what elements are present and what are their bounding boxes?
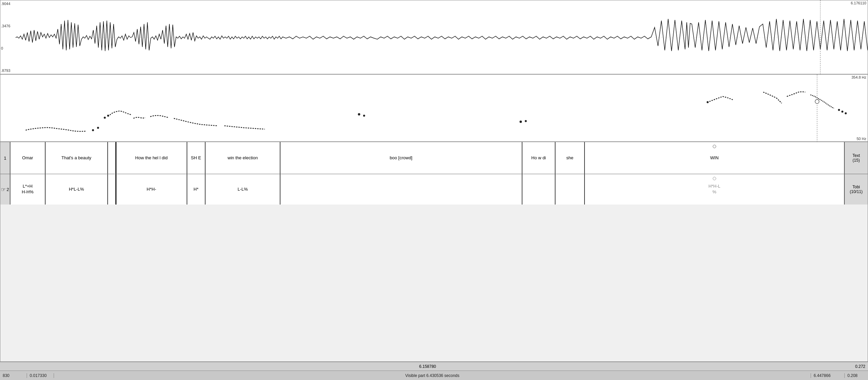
svg-point-15 xyxy=(815,100,819,104)
svg-point-5 xyxy=(107,115,109,117)
tier2-cell-1[interactable]: L*+HH-H% xyxy=(10,174,46,205)
waveform-svg xyxy=(16,0,868,75)
svg-point-2 xyxy=(92,129,94,131)
tier1-cell-thats[interactable]: That's a beauty xyxy=(46,142,108,174)
status-bar: 830 0.017330 Visible part 6.430536 secon… xyxy=(0,371,868,380)
pitch-y-label-top: 354.8 Hz xyxy=(851,75,866,79)
tier2-cell-5[interactable]: L-L% xyxy=(206,174,280,205)
tier2-cell-7[interactable] xyxy=(522,174,556,205)
tier2-cell-6[interactable] xyxy=(280,174,522,205)
tier2-content: L*+HH-H% H*L-L% H*H- H* L-L% H*H-L% xyxy=(10,174,844,205)
center-time: 6.158780 xyxy=(0,364,855,369)
tier1-cell-she2[interactable]: she xyxy=(555,142,585,174)
main-container: .9044 .3476 0 .8793 6.176110 354.8 Hz 50… xyxy=(0,0,868,380)
tier2-cell-2[interactable]: H*L-L% xyxy=(46,174,108,205)
tier2-cell-8[interactable] xyxy=(555,174,585,205)
tier2-cell-3[interactable]: H*H- xyxy=(116,174,187,205)
tier1-cell-boo[interactable]: boo [crowd] xyxy=(280,142,522,174)
tier2-cell-empty1[interactable] xyxy=(108,174,116,205)
pitch-panel: 354.8 Hz 50 Hz xyxy=(0,74,868,142)
tier1-cell-howdi[interactable]: Ho w di xyxy=(522,142,556,174)
svg-point-12 xyxy=(841,111,843,113)
pitch-svg xyxy=(16,75,847,142)
tier2-right-label: Tobi(10/11) xyxy=(844,174,868,205)
status-right: 6.447866 xyxy=(811,373,844,378)
tier1-cell-win-election[interactable]: win the election xyxy=(206,142,280,174)
tier1-cell-howthehell[interactable]: How the hel l did xyxy=(116,142,187,174)
tier1-cell-win[interactable]: WIN xyxy=(585,142,844,174)
waveform-y-label-bottom: .8793 xyxy=(1,69,15,73)
status-left-1: 830 xyxy=(0,373,27,378)
tiers-container: 1 Omar That's a beauty How the hel l did… xyxy=(0,142,868,362)
tier2-icon: ☞ xyxy=(1,186,6,193)
svg-point-6 xyxy=(358,113,360,115)
waveform-y-label-zero: 0 xyxy=(1,46,15,50)
waveform-panel: .9044 .3476 0 .8793 6.176110 xyxy=(0,0,868,74)
svg-point-9 xyxy=(525,120,527,122)
tier1-label: 1 xyxy=(0,142,10,174)
svg-point-3 xyxy=(97,127,99,129)
right-dur: 0.272 xyxy=(855,364,868,369)
center-time-value: 6.158780 xyxy=(419,364,436,369)
waveform-y-label-top: .9044 xyxy=(1,2,15,6)
svg-point-13 xyxy=(845,112,847,114)
svg-point-4 xyxy=(104,117,106,119)
time-info-row: 6.158780 0.272 xyxy=(0,362,868,371)
tier2-right-text: Tobi(10/11) xyxy=(850,185,863,194)
tier1-row: 1 Omar That's a beauty How the hel l did… xyxy=(0,142,868,174)
status-center: Visible part 6.430536 seconds xyxy=(54,373,811,378)
right-dur-value: 0.272 xyxy=(855,364,865,369)
tier1-right-label: Text(15) xyxy=(844,142,868,174)
status-dur: 0.208 xyxy=(844,373,868,378)
tier1-cell-omar[interactable]: Omar xyxy=(10,142,46,174)
waveform-y-labels: .9044 .3476 0 .8793 xyxy=(0,0,16,74)
tier2-number: 2 xyxy=(6,187,9,192)
svg-point-10 xyxy=(707,101,709,103)
svg-point-8 xyxy=(519,120,522,123)
tier1-right-text: Text(15) xyxy=(852,153,860,163)
tier2-label: ☞ 2 xyxy=(0,174,10,205)
tier2-cell-9[interactable]: H*H-L% xyxy=(585,174,844,205)
status-left-2: 0.017330 xyxy=(27,373,54,378)
tier1-cell-empty1[interactable] xyxy=(108,142,116,174)
tier1-cell-she[interactable]: SH E xyxy=(187,142,206,174)
tier1-number: 1 xyxy=(4,156,6,161)
svg-point-7 xyxy=(363,115,365,117)
pitch-y-label-bottom: 50 Hz xyxy=(857,137,866,141)
tier2-cell-4[interactable]: H* xyxy=(187,174,206,205)
svg-point-11 xyxy=(838,109,840,111)
waveform-y-label-upper-mid: .3476 xyxy=(1,24,15,28)
tier1-content: Omar That's a beauty How the hel l did S… xyxy=(10,142,844,174)
tier2-row: ☞ 2 L*+HH-H% H*L-L% H*H- H* L-L% H*H-L% … xyxy=(0,174,868,205)
